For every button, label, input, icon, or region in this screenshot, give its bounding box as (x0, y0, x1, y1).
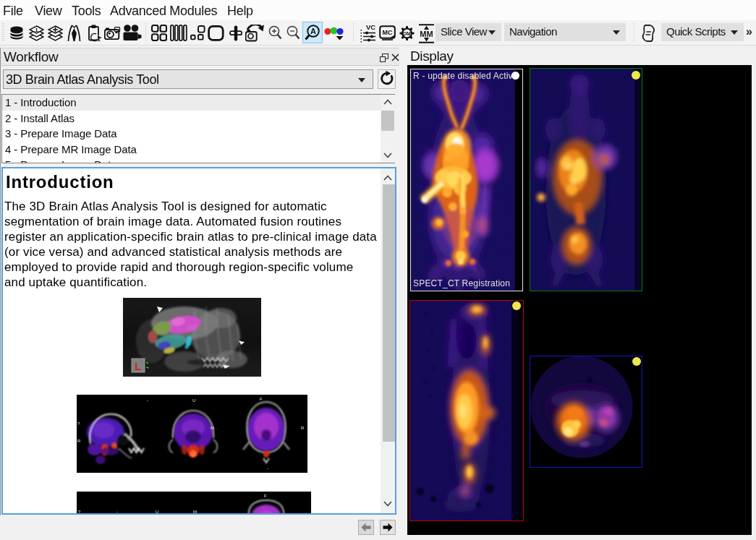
svg-text:F: F (260, 397, 263, 401)
svg-text:R: R (77, 439, 81, 443)
svg-text:U: U (156, 510, 158, 514)
svg-text:A: A (310, 27, 316, 35)
svg-text:-: - (267, 466, 268, 471)
svg-text:M: M (193, 510, 197, 514)
svg-text:MM: MM (420, 30, 433, 38)
svg-text:F: F (264, 494, 267, 498)
svg-text:U: U (192, 398, 195, 403)
svg-text:MC: MC (383, 29, 393, 36)
svg-text:M: M (211, 426, 214, 430)
svg-text:R: R (301, 426, 305, 430)
svg-text:-: - (116, 510, 118, 514)
svg-text:VC: VC (366, 23, 375, 31)
svg-text:DM: DM (403, 31, 411, 36)
svg-text:-: - (147, 398, 148, 403)
svg-text:1: 1 (35, 27, 38, 33)
svg-text:L: L (135, 360, 141, 372)
